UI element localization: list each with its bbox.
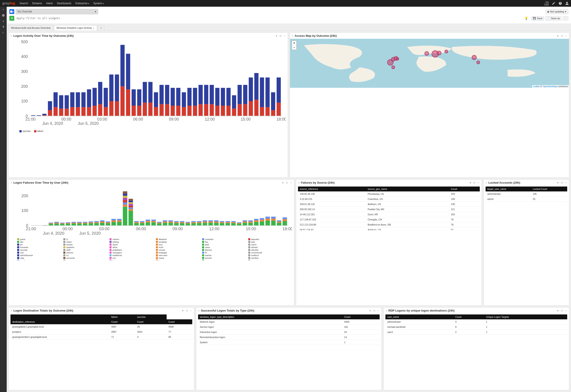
world-map[interactable]: + − Leaflet | © OpenStreetMap contributo… <box>290 39 569 88</box>
table-row[interactable]: graylogmember1.grayloglab.local71368 <box>11 335 192 340</box>
nav-link[interactable]: Search <box>20 2 28 5</box>
svg-rect-122 <box>49 224 53 225</box>
add-tab-button[interactable]: + <box>98 25 104 30</box>
svg-rect-18 <box>59 109 63 116</box>
table-row[interactable]: Service logon181 <box>198 324 380 330</box>
zoom-out-button[interactable]: − <box>292 45 296 50</box>
chevron-down-icon[interactable] <box>290 182 292 184</box>
edit-icon[interactable] <box>552 1 555 5</box>
tab[interactable]: Windows Auth and Access Overview <box>8 25 53 30</box>
map-marker[interactable] <box>392 66 395 69</box>
map-marker[interactable] <box>476 61 480 64</box>
nav-link[interactable]: Enterprise <box>75 2 89 5</box>
nav-link[interactable]: System <box>93 2 104 5</box>
svg-rect-22 <box>70 107 74 116</box>
table-row[interactable]: grayloglabdc1.grayloglab.local4597294568 <box>11 324 192 329</box>
nav-link[interactable]: Streams <box>32 2 42 5</box>
plus-icon[interactable] <box>2 20 5 23</box>
expand-icon[interactable] <box>473 182 476 184</box>
table-row[interactable]: 14.46.112.201Gumi, KR103 <box>298 212 480 217</box>
paragraph-icon[interactable] <box>2 25 5 28</box>
tab[interactable]: Windows Detailed Logon Activity ⌄ <box>54 25 97 30</box>
svg-rect-57 <box>165 85 169 104</box>
play-icon[interactable] <box>275 35 278 37</box>
table-row[interactable]: jumpbox2887281077 <box>11 329 192 335</box>
map-marker[interactable] <box>396 57 399 60</box>
filter-input[interactable] <box>16 16 523 21</box>
drag-icon[interactable]: ≡ <box>385 309 387 312</box>
info-icon[interactable] <box>2 14 5 17</box>
expand-icon[interactable] <box>186 309 188 312</box>
table-row[interactable]: 3.22.60.215Columbus, US148 <box>298 196 480 202</box>
save-button[interactable]: 💾 Save <box>531 16 544 20</box>
logo[interactable]: graylog <box>2 1 15 5</box>
drag-icon[interactable]: ≡ <box>292 34 293 37</box>
table-row[interactable]: 54.81.124.43Ashburn, US57 <box>298 227 480 230</box>
table-row[interactable]: administrator41 <box>385 319 567 324</box>
play-icon[interactable] <box>369 309 372 312</box>
expand-icon[interactable] <box>373 309 376 312</box>
map-marker[interactable] <box>437 51 441 55</box>
drag-icon[interactable]: ≡ <box>11 309 12 312</box>
drag-icon[interactable]: ≡ <box>485 181 487 184</box>
map-marker[interactable] <box>444 50 448 53</box>
table-row[interactable]: Interactive logon24 <box>198 330 380 335</box>
table-row[interactable]: administrator135 <box>485 191 567 196</box>
zoom-in-button[interactable]: + <box>292 41 296 45</box>
nav-link[interactable]: Dashboards <box>57 2 71 5</box>
expand-icon[interactable] <box>560 35 563 37</box>
expand-icon[interactable] <box>279 35 282 37</box>
play-icon[interactable] <box>281 182 284 184</box>
chevron-down-icon[interactable] <box>477 182 480 184</box>
widget-title: Failures by Source (24h) <box>301 181 468 184</box>
play-icon[interactable] <box>556 309 559 312</box>
map-marker[interactable] <box>425 51 429 56</box>
svg-rect-96 <box>277 103 281 116</box>
drag-icon[interactable]: ≡ <box>298 181 300 184</box>
svg-rect-32 <box>98 104 102 116</box>
not-updating-button[interactable]: ▶ Not updating ▾ <box>546 9 568 14</box>
more-button[interactable]: ⋯ <box>563 16 568 20</box>
chevron-down-icon[interactable] <box>565 309 567 312</box>
expand-icon[interactable] <box>560 309 563 312</box>
save-as-button[interactable]: 📄 Save as <box>545 16 561 20</box>
chevron-down-icon[interactable] <box>565 182 567 184</box>
svg-rect-29 <box>87 89 91 107</box>
table-row[interactable]: Network logon4493 <box>198 319 380 324</box>
expand-icon[interactable] <box>560 182 563 184</box>
play-icon[interactable] <box>556 35 559 37</box>
chevron-down-icon[interactable] <box>565 35 567 37</box>
table-row[interactable]: 200.92.202.14Puebla City, MX121 <box>298 207 480 212</box>
play-icon[interactable] <box>469 182 472 184</box>
drag-icon[interactable]: ≡ <box>198 309 200 312</box>
play-icon[interactable] <box>182 309 184 312</box>
svg-rect-255 <box>283 221 287 225</box>
table-row[interactable]: System1 <box>198 340 380 345</box>
table-row[interactable]: 140.82.46.136Piscataway, US159 <box>298 191 480 196</box>
table-row[interactable]: RemoteInteractive logon14 <box>198 335 380 340</box>
table-row[interactable]: 117.139.87.102Chengdu, CN78 <box>298 217 480 222</box>
table-row[interactable]: 158.51.39.132Ashburn, US130 <box>298 202 480 207</box>
svg-rect-220 <box>214 222 219 223</box>
play-icon[interactable] <box>556 182 559 184</box>
table-row[interactable]: admin25 <box>485 196 567 202</box>
chevron-down-icon[interactable] <box>377 309 380 312</box>
nav-link[interactable]: Alerts <box>46 2 53 5</box>
drag-icon[interactable]: ≡ <box>11 34 12 37</box>
query-bar: 🕓▾ No Override▾ ▶ Not updating ▾ 💡 💾 Sav… <box>7 7 571 24</box>
map-marker[interactable] <box>472 55 477 60</box>
user-icon[interactable] <box>565 1 569 5</box>
table-row[interactable]: user121 <box>385 330 567 335</box>
chevron-down-icon[interactable] <box>190 309 192 312</box>
table-row[interactable]: 212.113.218.98Bradford-on-Avon, GB76 <box>298 222 480 227</box>
chevron-down-icon[interactable] <box>283 35 286 37</box>
subscript-icon[interactable]: X1 <box>2 31 5 34</box>
chevron-right-icon[interactable] <box>2 8 5 11</box>
filter-button[interactable] <box>9 16 14 21</box>
table-row[interactable]: michael.wenthold81 <box>385 324 567 330</box>
expand-icon[interactable] <box>286 182 288 184</box>
help-icon[interactable] <box>558 1 562 5</box>
drag-icon[interactable]: ≡ <box>11 181 12 184</box>
override-select[interactable]: No Override▾ <box>16 9 98 14</box>
time-range-button[interactable]: 🕓▾ <box>9 9 14 14</box>
